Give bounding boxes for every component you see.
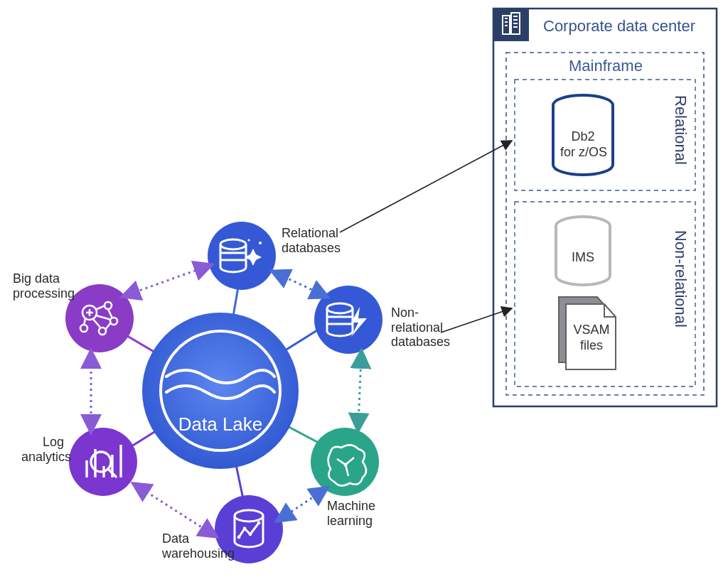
corporate-data-center-title: Corporate data center	[543, 17, 695, 36]
label-data-warehousing: Data warehousing	[162, 531, 235, 561]
svg-point-22	[142, 313, 299, 469]
svg-point-41	[237, 536, 241, 539]
connector-ml-dw	[283, 492, 321, 517]
mainframe-title: Mainframe	[569, 57, 643, 75]
connector-dw-log	[139, 487, 210, 533]
vsam-label-1: VSAM	[570, 323, 613, 337]
diagram-svg	[0, 0, 728, 584]
label-machine-learning: Machine learning	[327, 499, 375, 528]
node-log-analytics	[69, 428, 137, 496]
svg-point-53	[65, 284, 134, 352]
label-nonrelational-databases: Non- relational databases	[391, 305, 450, 350]
relational-heading: Relational	[671, 95, 690, 165]
vsam-label-2: files	[570, 338, 613, 353]
connector-nonrel-ml	[358, 358, 361, 423]
connector-rel-nonrel	[279, 274, 321, 294]
svg-point-29	[247, 239, 250, 241]
db2-label-1: Db2	[567, 129, 599, 144]
svg-point-45	[69, 428, 137, 496]
node-big-data-processing	[65, 284, 134, 352]
label-log-analytics: Log analytics	[21, 435, 64, 464]
diagram-stage: Data Lake Relational databases Non- rela…	[0, 0, 728, 584]
label-relational-databases: Relational databases	[282, 226, 341, 255]
svg-point-24	[208, 222, 276, 290]
connector-bigdata-rel	[129, 267, 205, 294]
svg-point-44	[257, 521, 261, 525]
ims-label: IMS	[569, 250, 597, 265]
svg-point-28	[259, 242, 262, 244]
svg-point-30	[314, 286, 382, 354]
arrow-relational-to-db2	[340, 141, 512, 232]
svg-point-42	[243, 527, 247, 531]
node-nonrelational-databases	[314, 286, 382, 354]
node-machine-learning	[311, 428, 379, 496]
label-big-data-processing: Big data processing	[13, 271, 75, 301]
svg-point-43	[249, 533, 252, 536]
nonrelational-heading: Non-relational	[671, 230, 690, 328]
node-relational-databases	[208, 222, 276, 290]
data-lake-label: Data Lake	[149, 413, 291, 436]
data-lake-center	[100, 266, 341, 526]
db2-label-2: for z/OS	[557, 145, 610, 160]
